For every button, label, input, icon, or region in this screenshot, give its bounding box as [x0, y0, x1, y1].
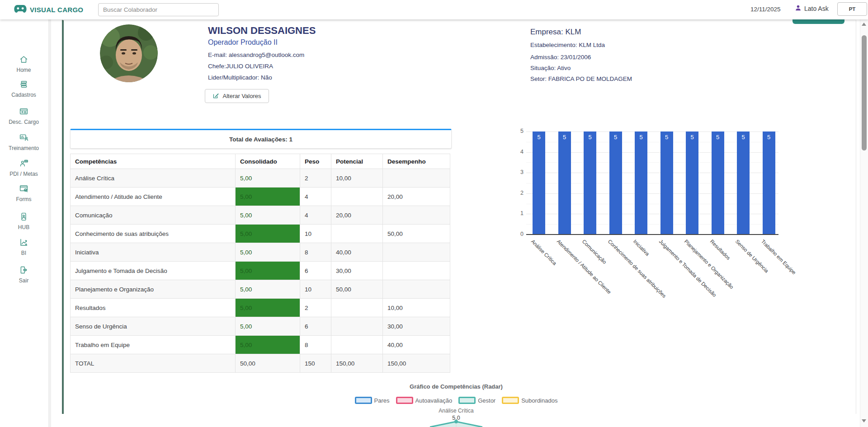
- table-cell-consolidado: 5,00: [236, 336, 300, 354]
- table-cell-potencial: 30,00: [331, 262, 383, 280]
- sidebar-item-label: Cadastros: [0, 92, 47, 98]
- bar-value-label: 5: [763, 134, 775, 141]
- logo-text: VISUAL CARGO: [30, 6, 83, 14]
- radar-legend: ParesAutoavaliaçãoGestorSubordinados: [298, 397, 614, 404]
- table-cell-potencial: 40,00: [331, 243, 383, 262]
- partially-hidden-action-button[interactable]: [793, 19, 844, 24]
- table-cell-consolidado: 5,00: [236, 169, 300, 188]
- sidebar-item-hub[interactable]: HUB: [0, 212, 47, 230]
- user-icon: [795, 5, 802, 13]
- table-row: Atendimento / Atitude ao Cliente5,00420,…: [71, 188, 450, 206]
- bar-value-label: 5: [635, 134, 647, 141]
- sidebar-item-forms[interactable]: Forms: [0, 184, 47, 202]
- top-header-bar: VISUAL CARGO 12/11/2025 Lato Ask PT: [0, 0, 868, 19]
- bar-value-label: 5: [609, 134, 622, 141]
- sidebar-item-label: BI: [0, 250, 47, 256]
- bar-value-label: 5: [584, 134, 596, 141]
- sidebar-item-label: HUB: [0, 224, 47, 230]
- radar-chart-apex: [366, 418, 547, 427]
- header-date: 12/11/2025: [750, 6, 781, 13]
- goals-icon: [19, 162, 28, 169]
- table-row: Trabalho em Equipe5,00840,00: [71, 336, 450, 354]
- search-input[interactable]: [98, 3, 219, 16]
- column-header: Competências: [71, 154, 236, 169]
- sidebar-item-bi[interactable]: BI: [0, 238, 47, 256]
- legend-label: Autoavaliação: [415, 397, 453, 404]
- legend-swatch: [502, 397, 519, 404]
- sidebar-item-treinamento[interactable]: Treinamento: [0, 133, 47, 151]
- legend-label: Subordinados: [521, 397, 557, 404]
- table-cell-peso: 150: [300, 354, 331, 373]
- language-button[interactable]: PT: [837, 2, 867, 16]
- table-cell-peso: 10: [300, 225, 331, 243]
- table-row: Julgamento e Tomada de Decisão5,00630,00: [71, 262, 450, 280]
- table-cell-consolidado: 5,00: [236, 262, 300, 280]
- scrollbar-up-arrow-icon[interactable]: [862, 23, 866, 26]
- table-cell-potencial: [331, 336, 383, 354]
- gamepad-logo-icon: [14, 4, 27, 15]
- table-cell-competencia: Iniciativa: [71, 243, 236, 262]
- bar-value-label: 5: [558, 134, 571, 141]
- app-logo[interactable]: VISUAL CARGO: [14, 4, 83, 15]
- employee-role: Operador Produção II: [208, 38, 278, 47]
- page: VISUAL CARGO 12/11/2025 Lato Ask PT Home…: [0, 0, 868, 427]
- table-row: Senso de Urgência5,00630,00: [71, 317, 450, 336]
- table-cell-consolidado: 5,00: [236, 188, 300, 206]
- y-axis-label: 3: [510, 169, 524, 175]
- table-cell-competencia: Julgamento e Tomada de Decisão: [71, 262, 236, 280]
- table-cell-peso: 4: [300, 188, 331, 206]
- column-header: Desempenho: [383, 154, 450, 169]
- sidebar-item-label: PDI / Metas: [0, 171, 47, 177]
- table-cell-competencia: Planejamento e Organização: [71, 280, 236, 299]
- bar-2: [584, 131, 596, 235]
- sidebar-item-desc-cargo[interactable]: Desc. Cargo: [0, 107, 47, 125]
- legend-item-autoavalia-o: Autoavaliação: [396, 397, 453, 404]
- total-evaluations-label: Total de Avaliações: 1: [229, 136, 292, 143]
- table-header-row: CompetênciasConsolidadoPesoPotencialDese…: [71, 154, 450, 169]
- table-cell-potencial: [331, 317, 383, 336]
- edit-pencil-icon: [212, 92, 219, 100]
- table-cell-consolidado: 5,00: [236, 225, 300, 243]
- sidebar-scrollbar-track[interactable]: [48, 19, 51, 427]
- sidebar-item-home[interactable]: Home: [0, 55, 47, 73]
- competencies-table-wrap: CompetênciasConsolidadoPesoPotencialDese…: [70, 154, 450, 373]
- table-row: Análise Crítica5,00210,00: [71, 169, 450, 188]
- radar-chart-title: Gráfico de Competências (Radar): [343, 383, 569, 390]
- sidebar-item-pdi-metas[interactable]: PDI / Metas: [0, 159, 47, 177]
- table-cell-potencial: 50,00: [331, 280, 383, 299]
- bar-5: [660, 131, 673, 235]
- total-evaluations-box: Total de Avaliações: 1: [70, 129, 452, 149]
- table-cell-potencial: [331, 188, 383, 206]
- sidebar-item-label: Forms: [0, 196, 47, 202]
- legend-item-gestor: Gestor: [458, 397, 495, 404]
- id-card-icon: [19, 110, 28, 117]
- table-cell-desempenho: 10,00: [383, 299, 450, 317]
- table-cell-potencial: 10,00: [331, 169, 383, 188]
- bi-chart-icon: [19, 241, 28, 249]
- sidebar-item-cadastros[interactable]: Cadastros: [0, 80, 47, 98]
- alterar-valores-label: Alterar Valores: [222, 93, 261, 99]
- list-icon: [19, 83, 28, 90]
- table-cell-desempenho: [383, 169, 450, 188]
- table-row: Resultados5,00210,00: [71, 299, 450, 317]
- vertical-scrollbar-thumb[interactable]: [862, 35, 867, 150]
- y-axis-label: 0: [510, 231, 524, 237]
- table-cell-consolidado: 5,00: [236, 317, 300, 336]
- table-cell-desempenho: 50,00: [383, 225, 450, 243]
- table-cell-competencia: Atendimento / Atitude ao Cliente: [71, 188, 236, 206]
- forms-icon: [19, 187, 28, 195]
- table-cell-desempenho: [383, 280, 450, 299]
- table-cell-competencia: Trabalho em Equipe: [71, 336, 236, 354]
- table-cell-potencial: 150,00: [331, 354, 383, 373]
- user-menu[interactable]: Lato Ask: [795, 5, 829, 13]
- legend-swatch: [396, 397, 413, 404]
- alterar-valores-button[interactable]: Alterar Valores: [205, 89, 269, 103]
- column-header: Consolidado: [236, 154, 300, 169]
- exit-icon: [19, 268, 28, 276]
- table-cell-peso: 6: [300, 317, 331, 336]
- scrollbar-down-arrow-icon[interactable]: [862, 419, 866, 422]
- table-cell-peso: 2: [300, 299, 331, 317]
- bar-value-label: 5: [712, 134, 724, 141]
- sidebar-item-sair[interactable]: Sair: [0, 265, 47, 284]
- table-row: Conhecimento de suas atribuições5,001050…: [71, 225, 450, 243]
